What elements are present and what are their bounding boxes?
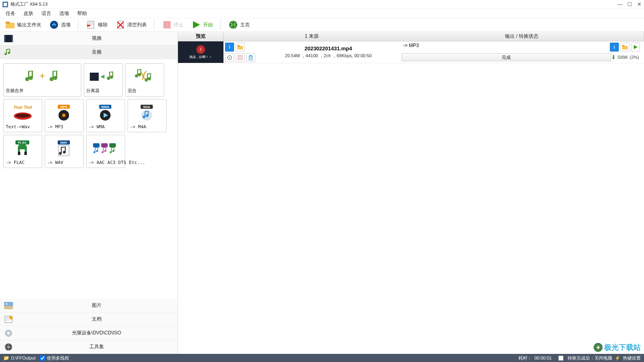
maximize-button[interactable]: ☐ (627, 1, 632, 7)
info-icon[interactable]: i (225, 43, 234, 52)
tile-label: 分离器 (86, 88, 120, 94)
header-source[interactable]: 1 来源 (223, 32, 400, 41)
svg-point-43 (6, 303, 7, 305)
video-icon (2, 32, 15, 45)
svg-rect-42 (4, 306, 13, 309)
wma-icon: WMA (89, 101, 123, 124)
category-image-label: 图片 (15, 302, 178, 309)
tile-aac-etc[interactable]: -> AAC AC3 DTS Etc... (86, 135, 125, 168)
task-source-icons: i (223, 41, 257, 63)
stop-button[interactable]: 停止 (160, 19, 185, 30)
merge-icon: + (6, 65, 79, 88)
remove-icon (86, 20, 96, 30)
header-output[interactable]: 输出 / 转换状态 (400, 32, 644, 41)
options-button[interactable]: 选项 (47, 19, 72, 30)
toolbar-separator (220, 19, 221, 30)
task-size-info: ⬇ 589K (2%) (611, 53, 642, 62)
header-preview[interactable]: 预览 (178, 32, 223, 41)
output-folder-icon[interactable] (620, 43, 629, 52)
start-label: 开始 (203, 22, 213, 28)
svg-marker-8 (193, 21, 200, 28)
svg-text:i: i (229, 45, 230, 50)
tile-audio-merge[interactable]: + 音频合并 (3, 63, 81, 97)
menu-task[interactable]: 任务 (4, 9, 17, 18)
flac-icon: FLAC (6, 137, 40, 160)
svg-point-48 (7, 346, 10, 348)
category-image[interactable]: 图片 (0, 299, 178, 312)
hotkey-label[interactable]: 热键设置 (623, 355, 641, 361)
svg-point-9 (229, 21, 237, 29)
svg-text:MP3: MP3 (61, 105, 67, 109)
minimize-button[interactable]: — (617, 1, 622, 7)
svg-point-23 (62, 114, 65, 117)
svg-rect-56 (249, 56, 252, 60)
task-output-group: -> MP3 i 完成 ⬇ 589K (2%) (400, 41, 644, 63)
app-icon (2, 2, 8, 7)
task-thumbnail[interactable]: ! 挑战，好啊！！ (178, 41, 223, 63)
tile-mix[interactable]: 混合 (125, 63, 164, 97)
audio-icon (2, 46, 15, 58)
folder-icon (5, 20, 15, 30)
category-audio[interactable]: 音频 (0, 45, 178, 59)
hotkey-icon[interactable]: ⚡ (615, 356, 620, 361)
window-title: 格式工厂 X64 5.13 (11, 1, 48, 7)
svg-rect-11 (4, 35, 13, 42)
category-disc-label: 光驱设备\DVD\CD\ISO (15, 330, 178, 336)
tile-wma[interactable]: WMA -> WMA (86, 99, 125, 132)
delete-icon[interactable] (246, 53, 255, 62)
tile-text-wav[interactable]: Your Text Text->Wav (3, 99, 42, 132)
tile-wav[interactable]: WAV -> WAV (45, 135, 84, 168)
output-folder-label: 输出文件夹 (17, 22, 41, 28)
menu-option[interactable]: 选项 (58, 9, 71, 18)
clear-list-button[interactable]: 清空列表 (113, 19, 148, 30)
home-label: 主页 (240, 22, 250, 28)
window-controls: — ☐ ✕ (617, 1, 642, 7)
tile-label: -> M4A (130, 124, 164, 129)
category-disc[interactable]: 光驱设备\DVD\CD\ISO (0, 326, 178, 340)
tile-mp3[interactable]: MP3 -> MP3 (45, 99, 84, 132)
menu-bar: 任务 皮肤 语言 选项 帮助 (0, 9, 644, 18)
svg-rect-1 (4, 3, 7, 6)
mp3-icon: MP3 (47, 101, 81, 124)
tile-flac[interactable]: FLAC -> FLAC (3, 135, 42, 168)
tile-splitter[interactable]: 分离器 (84, 63, 123, 97)
text-wav-icon: Your Text (6, 101, 40, 124)
svg-rect-39 (101, 143, 108, 147)
remove-label: 移除 (98, 22, 108, 28)
open-folder-icon[interactable] (236, 43, 245, 52)
tile-label: -> MP3 (47, 124, 81, 129)
stop-label: 停止 (174, 22, 184, 28)
after-done-checkbox[interactable] (558, 356, 564, 361)
category-document[interactable]: 文档 (0, 312, 178, 326)
tile-label: Text->Wav (6, 124, 40, 129)
play-icon[interactable] (631, 43, 640, 52)
category-audio-label: 音频 (15, 49, 178, 56)
menu-skin[interactable]: 皮肤 (22, 9, 35, 18)
image-icon (2, 300, 15, 312)
remove-button[interactable]: 移除 (84, 19, 109, 30)
output-folder-button[interactable]: 输出文件夹 (3, 19, 43, 30)
category-video[interactable]: 视频 (0, 32, 178, 45)
task-status-button[interactable]: 完成 (401, 53, 611, 61)
output-info-icon[interactable]: i (610, 43, 619, 52)
task-filename: 202302201431.mp4 (304, 45, 352, 52)
multithread-checkbox[interactable] (40, 356, 45, 361)
svg-rect-33 (18, 152, 20, 155)
home-button[interactable]: 主页 (226, 19, 252, 30)
range-icon[interactable] (236, 53, 245, 62)
close-button[interactable]: ✕ (637, 1, 642, 7)
settings-icon[interactable] (225, 53, 234, 62)
watermark-text: 极光下载站 (604, 343, 641, 352)
menu-language[interactable]: 语言 (40, 9, 53, 18)
task-row[interactable]: ! 挑战，好啊！！ i 202302201431.mp4 20.54M ，441… (178, 41, 644, 63)
svg-text:WMA: WMA (101, 105, 109, 109)
title-bar: 格式工厂 X64 5.13 — ☐ ✕ (0, 0, 644, 9)
start-button[interactable]: 开始 (189, 19, 215, 30)
category-toolset[interactable]: 工具集 (0, 340, 178, 354)
tile-m4a[interactable]: M4A -> M4A (128, 99, 167, 132)
menu-help[interactable]: 帮助 (76, 9, 89, 18)
status-folder-icon[interactable]: 📁 (3, 355, 9, 361)
category-video-label: 视频 (15, 35, 178, 42)
options-label: 选项 (61, 22, 71, 28)
status-output-path[interactable]: D:\FFOutput (11, 356, 36, 360)
